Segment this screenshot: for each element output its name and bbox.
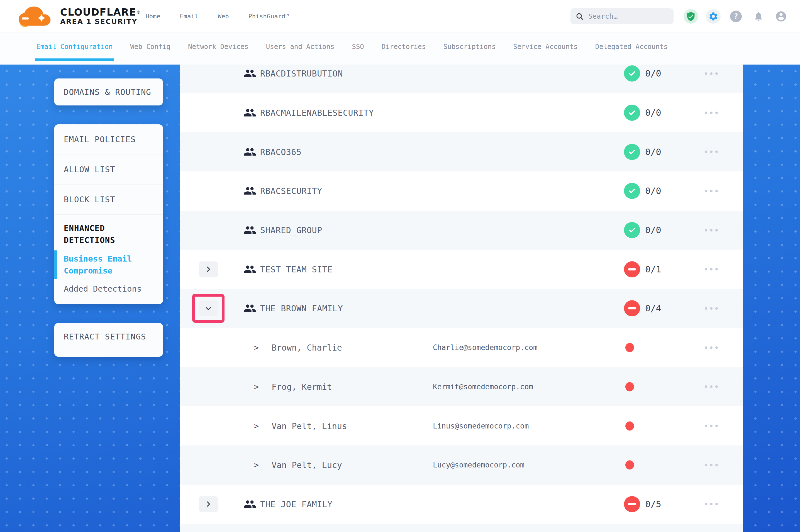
- status-alert-dot: [625, 382, 634, 391]
- chevron-right-icon[interactable]: >: [254, 460, 259, 470]
- check-icon: [628, 109, 636, 117]
- tab-users-and-actions[interactable]: Users and Actions: [266, 33, 334, 61]
- row-menu-button[interactable]: [698, 381, 724, 393]
- search-input-wrapper: [570, 8, 674, 24]
- nav-item-phishguard[interactable]: PhishGuard™: [249, 13, 289, 20]
- collapse-button[interactable]: [199, 301, 218, 316]
- dot: [705, 307, 707, 310]
- group-name: SHARED_GROUP: [260, 225, 322, 235]
- sidebar-item-block-list[interactable]: BLOCK LIST: [54, 185, 163, 214]
- tab-service-accounts[interactable]: Service Accounts: [513, 33, 578, 61]
- dot: [705, 268, 707, 270]
- group-name: RBACO365: [260, 147, 302, 157]
- member-email: Lucy@somedemocorp.com: [433, 461, 525, 469]
- expand-button[interactable]: [199, 261, 218, 277]
- chevron-right-icon[interactable]: >: [254, 343, 259, 352]
- help-icon: ?: [730, 11, 742, 22]
- member-count: 0/4: [645, 303, 661, 314]
- group-row: RBACDISTRUBUTION0/0: [180, 64, 743, 93]
- dot: [715, 346, 718, 349]
- row-menu-button[interactable]: [698, 107, 724, 119]
- tab-delegated-accounts[interactable]: Delegated Accounts: [595, 33, 668, 61]
- row-menu-button[interactable]: [698, 498, 724, 510]
- member-name: Van Pelt, Lucy: [272, 460, 342, 470]
- nav-item-email[interactable]: Email: [180, 13, 198, 20]
- group-icon: [243, 263, 256, 276]
- dot: [705, 72, 707, 75]
- group-icon: [243, 67, 256, 80]
- account-button[interactable]: [774, 9, 788, 24]
- group-row: TEST TEAM SITE0/1: [180, 250, 743, 289]
- group-row: THE BROWN FAMILY0/4: [180, 289, 743, 328]
- chevron-right-icon[interactable]: >: [254, 382, 259, 391]
- brand-subname: AREA 1 SECURITY: [60, 18, 141, 26]
- group-row: SHARED_GROUP0/0: [180, 211, 743, 250]
- group-icon: [243, 224, 256, 236]
- group-row: RBACMAILENABLESECURITY0/0: [180, 93, 743, 132]
- nav-item-home[interactable]: Home: [146, 13, 161, 20]
- member-count: 0/5: [645, 499, 661, 510]
- member-count: 0/1: [645, 264, 661, 274]
- settings-button[interactable]: [706, 9, 721, 24]
- search-icon: [576, 12, 584, 21]
- row-menu-button[interactable]: [698, 146, 724, 158]
- shield-check-button[interactable]: [684, 9, 698, 24]
- dot: [710, 346, 712, 349]
- status-pass-badge: [624, 144, 640, 160]
- row-menu-button[interactable]: [698, 341, 724, 354]
- row-menu-button[interactable]: [698, 67, 724, 80]
- group-icon-wrapper: [243, 67, 256, 80]
- group-name: RBACDISTRUBUTION: [260, 69, 343, 78]
- dot: [705, 229, 707, 231]
- member-email: Kermit@somedemocorp.com: [433, 383, 533, 391]
- dot: [715, 464, 718, 466]
- tab-sso[interactable]: SSO: [352, 33, 364, 61]
- account-icon: [775, 10, 787, 22]
- help-button[interactable]: ?: [729, 9, 743, 24]
- group-icon: [243, 106, 256, 119]
- member-row: >Brown, CharlieCharlie@somedemocorp.com: [180, 328, 743, 367]
- dot: [705, 151, 707, 153]
- row-menu-button[interactable]: [698, 263, 724, 276]
- sidebar-item-email-policies[interactable]: EMAIL POLICIES: [54, 125, 163, 154]
- group-row: RBACSECURITY0/0: [180, 171, 743, 211]
- member-email: Charlie@somedemocorp.com: [433, 343, 538, 352]
- gear-icon: [708, 12, 719, 21]
- row-menu-button[interactable]: [698, 302, 724, 315]
- row-menu-button[interactable]: [698, 185, 724, 197]
- dot: [715, 229, 718, 231]
- member-row: >Frog, KermitKermit@somedemocorp.com: [180, 367, 743, 406]
- notifications-button[interactable]: [751, 9, 766, 24]
- status-pass-badge: [624, 183, 640, 199]
- group-icon-wrapper: [243, 185, 256, 197]
- tab-directories[interactable]: Directories: [382, 33, 426, 61]
- group-name: THE BROWN FAMILY: [260, 304, 343, 313]
- chevron-down-icon: [205, 305, 212, 312]
- dot: [710, 464, 712, 466]
- cloudflare-logo[interactable]: CLOUDFLARE® AREA 1 SECURITY: [15, 5, 141, 28]
- topbar-right: ?: [570, 8, 788, 24]
- member-count: 0/0: [645, 225, 661, 235]
- tab-network-devices[interactable]: Network Devices: [188, 33, 249, 61]
- expand-button[interactable]: [199, 496, 218, 512]
- tab-email-configuration[interactable]: Email Configuration: [36, 33, 113, 61]
- sidebar-item-allow-list[interactable]: ALLOW LIST: [54, 154, 163, 185]
- sidebar-item-enhanced-detections[interactable]: ENHANCED DETECTIONS: [54, 214, 163, 246]
- dot: [715, 72, 718, 75]
- row-menu-button[interactable]: [698, 459, 724, 471]
- row-menu-button[interactable]: [698, 224, 724, 236]
- sidebar-item-domains-routing[interactable]: DOMAINS & ROUTING: [54, 78, 163, 106]
- sidebar-item-added-detections[interactable]: Added Detections: [54, 277, 163, 304]
- sidebar-item-business-email-compromise[interactable]: Business Email Compromise: [54, 253, 163, 277]
- row-menu-button[interactable]: [698, 420, 724, 432]
- sidebar-item-retract-settings[interactable]: RETRACT SETTINGS: [54, 323, 163, 350]
- tab-subscriptions[interactable]: Subscriptions: [443, 33, 496, 61]
- group-icon-wrapper: [243, 263, 256, 276]
- registered-mark: ®: [136, 10, 141, 15]
- chevron-right-icon[interactable]: >: [254, 421, 259, 431]
- tab-web-config[interactable]: Web Config: [130, 33, 171, 61]
- search-input[interactable]: [588, 12, 669, 20]
- status-pass-badge: [624, 65, 640, 81]
- member-name: Frog, Kermit: [272, 382, 332, 392]
- nav-item-web[interactable]: Web: [218, 13, 229, 20]
